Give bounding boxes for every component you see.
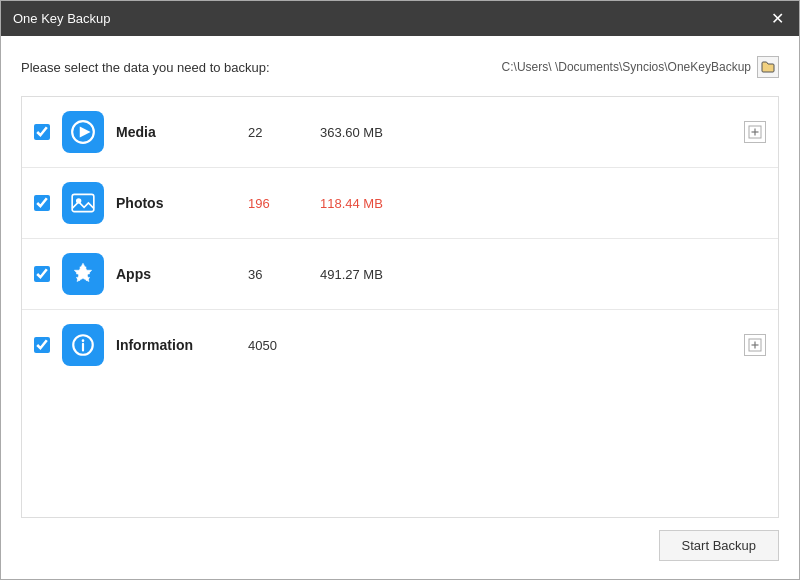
table-row: Apps 36 491.27 MB xyxy=(22,239,778,310)
close-button[interactable]: ✕ xyxy=(767,9,787,29)
backup-path: C:\Users\ \Documents\Syncios\OneKeyBacku… xyxy=(502,60,751,74)
information-icon-bg xyxy=(62,324,104,366)
media-checkbox[interactable] xyxy=(34,124,50,140)
apps-icon-bg xyxy=(62,253,104,295)
photos-icon xyxy=(70,190,96,216)
table-row: Information 4050 xyxy=(22,310,778,380)
photos-size: 118.44 MB xyxy=(320,196,420,211)
table-row: Media 22 363.60 MB xyxy=(22,97,778,168)
media-icon-bg xyxy=(62,111,104,153)
photos-count: 196 xyxy=(248,196,308,211)
info-icon xyxy=(70,332,96,358)
apps-name: Apps xyxy=(116,266,236,282)
content-area: Please select the data you need to backu… xyxy=(1,36,799,579)
title-bar: One Key Backup ✕ xyxy=(1,1,799,36)
svg-marker-1 xyxy=(80,127,91,138)
window-title: One Key Backup xyxy=(13,11,111,26)
information-expand-button[interactable] xyxy=(744,334,766,356)
table-row: Photos 196 118.44 MB xyxy=(22,168,778,239)
photos-name: Photos xyxy=(116,195,236,211)
information-name: Information xyxy=(116,337,236,353)
information-count: 4050 xyxy=(248,338,308,353)
footer: Start Backup xyxy=(21,518,779,569)
media-size: 363.60 MB xyxy=(320,125,420,140)
main-window: One Key Backup ✕ Please select the data … xyxy=(0,0,800,580)
instruction-text: Please select the data you need to backu… xyxy=(21,60,270,75)
svg-point-9 xyxy=(82,339,85,342)
media-count: 22 xyxy=(248,125,308,140)
apps-size: 491.27 MB xyxy=(320,267,420,282)
apps-icon xyxy=(70,261,96,287)
apps-checkbox[interactable] xyxy=(34,266,50,282)
photos-icon-bg xyxy=(62,182,104,224)
items-list: Media 22 363.60 MB xyxy=(21,96,779,518)
svg-rect-5 xyxy=(72,194,94,211)
information-checkbox[interactable] xyxy=(34,337,50,353)
path-area: C:\Users\ \Documents\Syncios\OneKeyBacku… xyxy=(502,56,779,78)
apps-count: 36 xyxy=(248,267,308,282)
photos-checkbox[interactable] xyxy=(34,195,50,211)
top-bar: Please select the data you need to backu… xyxy=(21,56,779,78)
folder-button[interactable] xyxy=(757,56,779,78)
media-name: Media xyxy=(116,124,236,140)
start-backup-button[interactable]: Start Backup xyxy=(659,530,779,561)
media-expand-button[interactable] xyxy=(744,121,766,143)
media-icon xyxy=(70,119,96,145)
